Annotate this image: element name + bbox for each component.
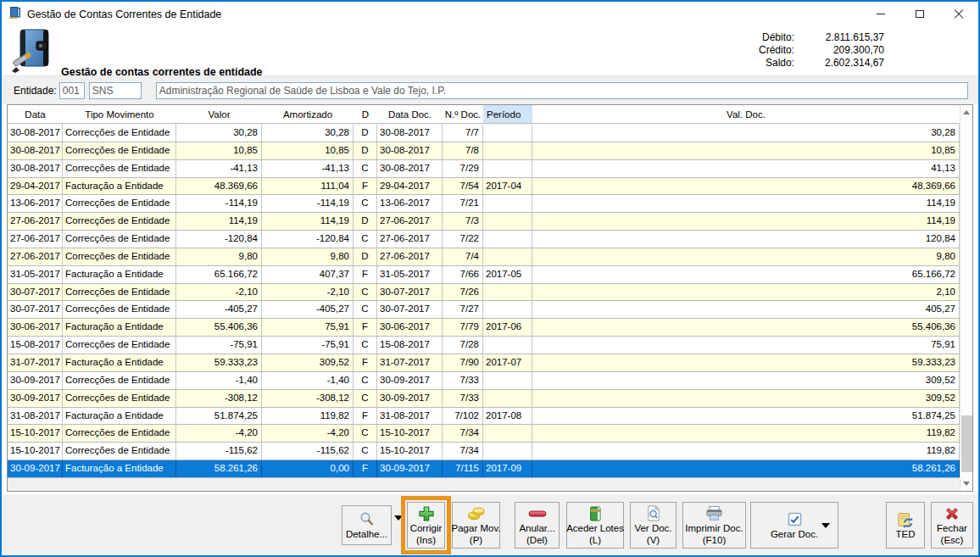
cell: 30-08-2017 [377,142,443,159]
table-row[interactable]: 30-08-2017Correcções de Entidade30,2830,… [8,125,960,142]
button-key: (Esc) [941,535,964,546]
button-label: Detalhe... [346,529,387,540]
minimize-button[interactable] [861,2,900,26]
detalhe-button[interactable]: Detalhe... [342,505,392,545]
cell: -2,10 [176,284,262,301]
cell: -1,40 [262,372,354,389]
ted-button[interactable]: TED [886,502,925,549]
scroll-up-button[interactable] [961,106,972,119]
cell [483,248,532,265]
cell: 30-09-2017 [377,390,443,407]
gerar-doc-dropdown-arrow-icon[interactable] [821,523,830,528]
column-header-1[interactable]: Data [8,105,63,123]
column-header-9[interactable]: Val. Doc. [532,105,960,123]
cell: F [354,319,377,336]
table-row[interactable]: 15-10-2017Correcções de Entidade-115,62-… [8,443,960,460]
cell: 2017-04 [483,178,532,195]
imprimir-doc-button[interactable]: Imprimir Doc. (F10) [682,502,746,549]
entity-abbr-field[interactable]: SNS [89,82,142,99]
cell: 7/27 [443,301,483,318]
cell: 111,04 [262,178,354,195]
entity-code-field[interactable]: 001 [59,82,85,99]
cell: -41,13 [176,160,262,177]
cell: 15-10-2017 [8,425,63,442]
cell: -114,19 [176,195,262,212]
scrollbar-thumb[interactable] [961,415,972,472]
detalhe-dropdown-arrow-icon[interactable] [394,515,403,521]
cell: 119,82 [532,425,960,442]
fechar-button[interactable]: Fechar (Esc) [931,502,973,549]
ver-doc-button[interactable]: Ver Doc. (V) [630,502,677,549]
cell: -75,91 [262,337,354,354]
cell: 407,37 [262,266,354,283]
cell: -405,27 [262,301,354,318]
cell: 31-05-2017 [8,266,63,283]
table-row[interactable]: 30-06-2017Facturação a Entidade55.406,36… [8,319,960,337]
table-row[interactable]: 31-08-2017Facturação a Entidade51.874,25… [8,408,960,426]
cell: 30-08-2017 [377,125,443,142]
table-row[interactable]: 15-08-2017Correcções de Entidade-75,91-7… [8,337,960,354]
maximize-button[interactable] [900,2,939,26]
cell: -405,27 [176,301,262,318]
table-row[interactable]: 30-08-2017Correcções de Entidade10,8510,… [8,142,960,160]
doc-magnifier-icon [645,504,661,522]
cell: 15-08-2017 [8,337,63,354]
cell: -4,20 [262,425,354,442]
titlebar: Gestão de Contas Correntes de Entidade [2,2,978,26]
scroll-down-button[interactable] [961,477,972,490]
table-row[interactable]: 31-07-2017Facturação a Entidade59.333,23… [8,354,960,372]
cell: 114,19 [176,213,262,230]
table-row[interactable]: 13-06-2017Correcções de Entidade-114,19-… [8,195,960,213]
saldo-value: 2.602.314,67 [799,57,884,69]
column-header-2[interactable]: Tipo Movimento [63,105,176,123]
column-header-5[interactable]: D [354,105,377,123]
cell: 59.333,23 [532,354,960,371]
notebook-pen-icon [8,27,54,78]
cell: 9,80 [532,248,960,265]
column-header-8[interactable]: Período [483,105,532,123]
cell [483,425,532,442]
cell: 2,10 [532,284,960,301]
pagar-mov-button[interactable]: Pagar Mov. (P) [452,502,500,549]
saldo-label: Saldo: [759,57,794,69]
cell: Facturação a Entidade [63,354,176,371]
column-header-4[interactable]: Amortizado [262,105,354,123]
entity-name-field[interactable]: Administração Regional de Saúde de Lisbo… [156,82,968,99]
cell: -75,91 [176,337,262,354]
table-row[interactable]: 30-08-2017Correcções de Entidade-41,13-4… [8,160,960,178]
close-button[interactable] [939,2,978,26]
table-row[interactable]: 30-09-2017Correcções de Entidade-1,40-1,… [8,372,960,390]
button-label: Anular... [519,523,554,534]
table-row-selected[interactable]: 30-09-2017Facturação a Entidade58.261,26… [8,460,960,478]
column-header-3[interactable]: Valor [176,105,262,123]
cell: 114,19 [532,195,960,212]
button-label: Fechar [937,523,967,534]
cell: 30-09-2017 [377,460,443,477]
column-header-7[interactable]: N.º Doc. [443,105,483,123]
cell: 30-06-2017 [8,319,63,336]
vertical-scrollbar[interactable] [960,105,972,491]
table-row[interactable]: 30-07-2017Correcções de Entidade-405,27-… [8,301,960,319]
gerar-doc-button[interactable]: Gerar Doc. [750,502,838,549]
table-row[interactable]: 31-05-2017Facturação a Entidade65.166,72… [8,266,960,284]
table-row[interactable]: 27-06-2017Correcções de Entidade-120,84-… [8,231,960,248]
cell: 27-06-2017 [377,213,443,230]
table-row[interactable]: 29-04-2017Facturação a Entidade48.369,66… [8,178,960,196]
corrigir-button[interactable]: Corrigir (Ins) [407,502,445,549]
cell: -41,13 [262,160,354,177]
table-row[interactable]: 15-10-2017Correcções de Entidade-4,20-4,… [8,425,960,443]
table-row[interactable]: 30-09-2017Correcções de Entidade-308,12-… [8,390,960,408]
cell: 120,84 [532,231,960,248]
table-row[interactable]: 27-06-2017Correcções de Entidade114,1911… [8,213,960,231]
debito-value: 2.811.615,37 [799,31,884,43]
anular-button[interactable]: Anular... (Del) [515,502,560,549]
coins-icon [467,504,486,522]
credito-value: 209.300,70 [799,44,884,56]
table-row[interactable]: 30-07-2017Correcções de Entidade-2,10-2,… [8,284,960,302]
column-header-6[interactable]: Data Doc. [377,105,443,123]
aceder-lotes-button[interactable]: Aceder Lotes (L) [566,502,624,549]
cell: 309,52 [262,354,354,371]
checkbox-icon [788,510,802,528]
cell: C [354,337,377,354]
table-row[interactable]: 27-06-2017Correcções de Entidade9,809,80… [8,248,960,266]
